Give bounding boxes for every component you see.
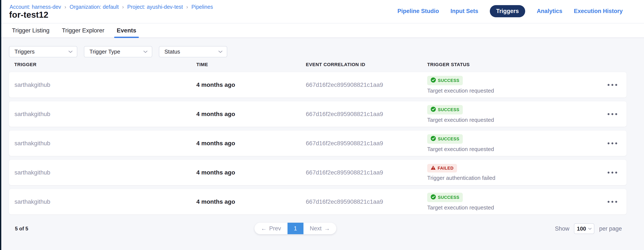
row-menu-button[interactable] <box>606 82 619 88</box>
nav-item-triggers[interactable]: Triggers <box>490 5 526 17</box>
event-time: 4 months ago <box>196 169 235 176</box>
chevron-down-icon <box>68 51 72 53</box>
table-footer: 5 of 5 ←Prev 1 Next→ Show 100 per page <box>0 223 644 235</box>
status-message: Target execution requested <box>427 204 494 211</box>
warning-triangle-icon <box>430 165 436 171</box>
event-rows: sarthakgithub 4 months ago 667d16f2ec895… <box>9 72 626 218</box>
table-header-row: TRIGGERTIMEEVENT CORRELATION IDTRIGGER S… <box>0 62 644 68</box>
chevron-down-icon <box>218 51 222 53</box>
status-message: Trigger authentication failed <box>427 175 495 181</box>
check-circle-icon <box>430 136 436 142</box>
status-badge: SUCCESS <box>427 193 463 202</box>
status-label: FAILED <box>438 166 454 171</box>
event-correlation-id: 667d16f2ec895908821c1aa9 <box>306 81 383 88</box>
chevron-right-icon: › <box>122 4 124 10</box>
page-size-select[interactable]: 100 <box>574 223 594 234</box>
row-menu-button[interactable] <box>606 111 619 117</box>
event-correlation-id: 667d16f2ec895908821c1aa9 <box>306 198 383 205</box>
breadcrumb-link[interactable]: Organization: default <box>70 4 119 10</box>
breadcrumb: Account: harness-dev›Organization: defau… <box>10 4 213 10</box>
breadcrumb-link[interactable]: Project: ayushi-dev-test <box>127 4 183 10</box>
chevron-right-icon: › <box>186 4 188 10</box>
event-time: 4 months ago <box>196 140 235 147</box>
event-time: 4 months ago <box>196 81 235 88</box>
event-row: sarthakgithub 4 months ago 667d16f2ec895… <box>9 101 626 127</box>
status-label: SUCCESS <box>438 195 459 200</box>
check-circle-icon <box>430 77 436 84</box>
row-menu-button[interactable] <box>606 140 619 146</box>
trigger-status-cell: SUCCESS Target execution requested <box>427 76 494 94</box>
status-message: Target execution requested <box>427 146 494 152</box>
prev-page-button[interactable]: ←Prev <box>254 223 288 234</box>
page-header: Account: harness-dev›Organization: defau… <box>0 0 644 24</box>
filter-label: Trigger Type <box>90 48 120 55</box>
chevron-right-icon: › <box>64 4 66 10</box>
nav-item-input-sets[interactable]: Input Sets <box>450 8 478 15</box>
column-header-trigger-status: TRIGGER STATUS <box>427 62 470 67</box>
page-1-button[interactable]: 1 <box>288 223 304 234</box>
trigger-status-cell: SUCCESS Target execution requested <box>427 105 494 123</box>
trigger-status-cell: SUCCESS Target execution requested <box>427 134 494 152</box>
trigger-name: sarthakgithub <box>14 111 50 117</box>
chevron-down-icon <box>143 51 148 53</box>
nav-item-execution-history[interactable]: Execution History <box>574 8 623 15</box>
filter-dropdown-triggers[interactable]: Triggers <box>9 46 77 57</box>
column-header-time: TIME <box>196 62 208 67</box>
show-label: Show <box>555 225 570 232</box>
trigger-name: sarthakgithub <box>14 169 50 176</box>
events-tabbar: Trigger ListingTrigger ExplorerEvents <box>0 24 644 38</box>
status-badge: FAILED <box>427 164 457 172</box>
tab-trigger-listing[interactable]: Trigger Listing <box>12 24 50 38</box>
status-badge: SUCCESS <box>427 134 463 144</box>
column-header-event-correlation-id: EVENT CORRELATION ID <box>306 62 365 67</box>
status-label: SUCCESS <box>438 107 459 112</box>
filter-label: Status <box>164 48 180 55</box>
status-badge: SUCCESS <box>427 76 463 85</box>
column-header-trigger: TRIGGER <box>14 62 36 67</box>
status-label: SUCCESS <box>438 78 459 83</box>
tab-trigger-explorer[interactable]: Trigger Explorer <box>62 24 104 38</box>
filter-row: TriggersTrigger TypeStatus <box>9 46 227 57</box>
breadcrumb-link[interactable]: Pipelines <box>192 4 213 10</box>
check-circle-icon <box>430 194 436 200</box>
breadcrumb-link[interactable]: Account: harness-dev <box>10 4 61 10</box>
page-size-control: Show 100 per page <box>555 223 622 234</box>
pipeline-top-nav: Pipeline StudioInput SetsTriggersAnalyti… <box>398 0 623 22</box>
event-row: sarthakgithub 4 months ago 667d16f2ec895… <box>9 189 626 214</box>
events-content: TriggersTrigger TypeStatus TRIGGERTIMEEV… <box>0 38 644 250</box>
row-menu-button[interactable] <box>606 169 619 176</box>
nav-item-analytics[interactable]: Analytics <box>537 8 562 15</box>
event-correlation-id: 667d16f2ec895908821c1aa9 <box>306 111 383 117</box>
event-correlation-id: 667d16f2ec895908821c1aa9 <box>306 140 383 147</box>
trigger-name: sarthakgithub <box>14 198 50 205</box>
filter-dropdown-status[interactable]: Status <box>159 46 227 57</box>
event-row: sarthakgithub 4 months ago 667d16f2ec895… <box>9 160 626 185</box>
arrow-left-icon: ← <box>261 225 267 232</box>
trigger-status-cell: FAILED Trigger authentication failed <box>427 164 495 181</box>
row-count-summary: 5 of 5 <box>15 226 28 232</box>
event-time: 4 months ago <box>196 198 235 205</box>
nav-item-pipeline-studio[interactable]: Pipeline Studio <box>398 8 439 15</box>
event-row: sarthakgithub 4 months ago 667d16f2ec895… <box>9 131 626 156</box>
tab-events[interactable]: Events <box>117 24 136 38</box>
event-correlation-id: 667d16f2ec895908821c1aa9 <box>306 169 383 176</box>
triggers-events-page: Account: harness-dev›Organization: defau… <box>0 0 644 250</box>
prev-label: Prev <box>269 225 281 232</box>
status-message: Target execution requested <box>427 116 494 123</box>
row-menu-button[interactable] <box>606 199 619 205</box>
trigger-status-cell: SUCCESS Target execution requested <box>427 193 494 211</box>
trigger-name: sarthakgithub <box>14 81 50 88</box>
event-row: sarthakgithub 4 months ago 667d16f2ec895… <box>9 72 626 97</box>
status-label: SUCCESS <box>438 137 459 142</box>
next-label: Next <box>310 225 322 232</box>
arrow-right-icon: → <box>324 225 330 232</box>
filter-dropdown-trigger-type[interactable]: Trigger Type <box>84 46 152 57</box>
next-page-button[interactable]: Next→ <box>304 223 336 234</box>
event-time: 4 months ago <box>196 111 235 117</box>
chevron-down-icon <box>588 228 592 230</box>
collapsed-sidebar-edge <box>0 0 1 250</box>
pagination: ←Prev 1 Next→ <box>254 223 336 234</box>
status-message: Target execution requested <box>427 87 494 94</box>
trigger-name: sarthakgithub <box>14 140 50 147</box>
status-badge: SUCCESS <box>427 105 463 114</box>
